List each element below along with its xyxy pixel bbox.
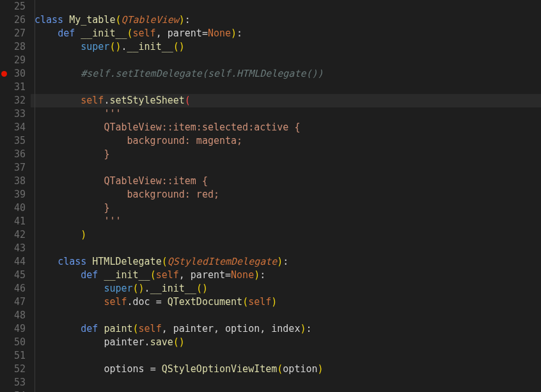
line-number[interactable]: 47: [0, 295, 26, 309]
line-number[interactable]: 35: [0, 134, 26, 148]
line-number[interactable]: 41: [0, 215, 26, 228]
line-number[interactable]: 38: [0, 175, 26, 188]
indent-guide: [35, 0, 35, 392]
line-number[interactable]: 50: [0, 336, 26, 349]
line-number[interactable]: 30: [0, 67, 26, 81]
line-number[interactable]: 25: [0, 0, 26, 13]
code-line[interactable]: ''': [31, 215, 541, 228]
line-number[interactable]: 28: [0, 40, 26, 54]
code-line[interactable]: ''': [31, 107, 541, 121]
code-line[interactable]: super().__init__(): [31, 40, 541, 54]
line-number[interactable]: 32: [0, 94, 26, 107]
code-line[interactable]: [31, 309, 541, 322]
code-line[interactable]: [31, 0, 541, 13]
line-number-gutter[interactable]: 2526272829303132333435363738394041424344…: [0, 0, 31, 392]
code-line[interactable]: background: magenta;: [31, 134, 541, 148]
code-line[interactable]: def paint(self, painter, option, index):: [31, 322, 541, 336]
line-number[interactable]: 45: [0, 269, 26, 282]
code-line[interactable]: }: [31, 201, 541, 215]
breakpoint-icon[interactable]: [1, 71, 7, 77]
code-line[interactable]: self.doc = QTextDocument(self): [31, 295, 541, 309]
code-line[interactable]: def __init__(self, parent=None):: [31, 27, 541, 40]
code-line[interactable]: [31, 81, 541, 94]
code-line[interactable]: #self.setItemDelegate(self.HTMLDelegate(…: [31, 67, 541, 81]
code-line[interactable]: [31, 389, 541, 392]
line-number[interactable]: 37: [0, 161, 26, 175]
line-number[interactable]: 52: [0, 363, 26, 376]
code-line[interactable]: class HTMLDelegate(QStyledItemDelegate):: [31, 255, 541, 269]
code-line[interactable]: painter.save(): [31, 336, 541, 349]
code-line[interactable]: QTableView::item:selected:active {: [31, 121, 541, 134]
code-line[interactable]: QTableView::item {: [31, 175, 541, 188]
line-number[interactable]: 26: [0, 13, 26, 27]
code-line[interactable]: def __init__(self, parent=None):: [31, 269, 541, 282]
line-number[interactable]: 51: [0, 349, 26, 363]
line-number[interactable]: 46: [0, 282, 26, 295]
line-number[interactable]: 39: [0, 188, 26, 201]
line-number[interactable]: 27: [0, 27, 26, 40]
code-line[interactable]: [31, 54, 541, 67]
code-line[interactable]: [31, 161, 541, 175]
code-line[interactable]: self.setStyleSheet(: [31, 94, 541, 107]
line-number[interactable]: 53: [0, 376, 26, 389]
code-line[interactable]: }: [31, 148, 541, 161]
code-line[interactable]: background: red;: [31, 188, 541, 201]
code-line[interactable]: class My_table(QTableView):: [31, 13, 541, 27]
line-number[interactable]: 36: [0, 148, 26, 161]
code-line[interactable]: options = QStyleOptionViewItem(option): [31, 363, 541, 376]
line-number[interactable]: 43: [0, 242, 26, 255]
code-line[interactable]: ): [31, 228, 541, 242]
code-line[interactable]: [31, 376, 541, 389]
line-number[interactable]: 49: [0, 322, 26, 336]
code-line[interactable]: [31, 349, 541, 363]
line-number[interactable]: 42: [0, 228, 26, 242]
line-number[interactable]: 34: [0, 121, 26, 134]
line-number[interactable]: 44: [0, 255, 26, 269]
line-number[interactable]: 33: [0, 107, 26, 121]
line-number[interactable]: 54: [0, 389, 26, 392]
line-number[interactable]: 31: [0, 81, 26, 94]
code-area[interactable]: class My_table(QTableView): def __init__…: [31, 0, 541, 392]
code-line[interactable]: [31, 242, 541, 255]
line-number[interactable]: 48: [0, 309, 26, 322]
code-editor[interactable]: 2526272829303132333435363738394041424344…: [0, 0, 541, 392]
line-number[interactable]: 40: [0, 201, 26, 215]
line-number[interactable]: 29: [0, 54, 26, 67]
code-line[interactable]: super().__init__(): [31, 282, 541, 295]
